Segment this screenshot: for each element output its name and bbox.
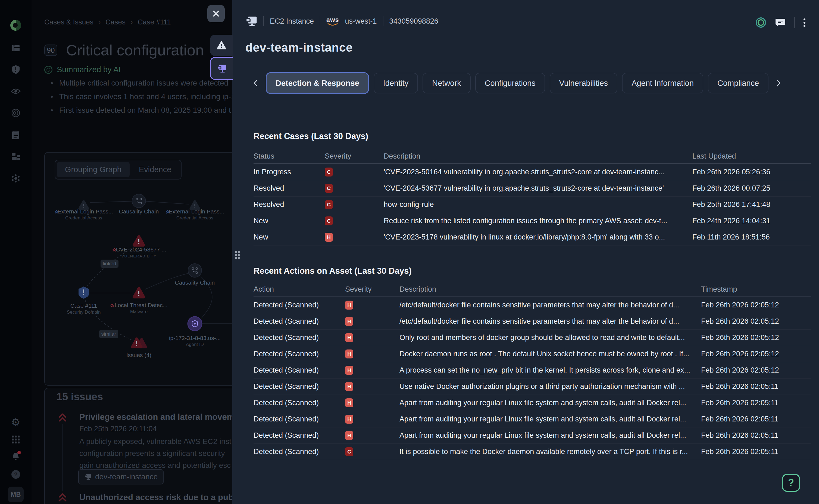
graph-node-cve-vulnerability[interactable]: CVE-2024-53677 ... VULNERABILITY bbox=[113, 237, 166, 258]
asset-type-label: EC2 Instance bbox=[270, 17, 314, 26]
graph-node-causality-chain-2[interactable]: Causality Chain bbox=[175, 264, 215, 286]
svg-text:ip-172-31-8-83.us-...: ip-172-31-8-83.us-... bbox=[169, 335, 221, 341]
table-row[interactable]: New H 'CVE-2023-5178 vulnerability in li… bbox=[253, 229, 811, 245]
tabs-scroll-right[interactable] bbox=[773, 75, 784, 91]
help-icon[interactable]: ? bbox=[10, 468, 22, 481]
monitor-icon bbox=[245, 16, 257, 27]
table-row[interactable]: In Progress C 'CVE-2023-50164 vulnerabil… bbox=[253, 164, 811, 180]
panel-tab[interactable]: Configurations bbox=[475, 73, 545, 93]
help-button[interactable]: ? bbox=[782, 474, 800, 492]
table-row[interactable]: Detected (Scanned) H Apart from auditing… bbox=[253, 395, 811, 411]
svg-text:Agent ID: Agent ID bbox=[186, 342, 204, 347]
graph-node-external-login-2[interactable]: External Login Pass... Credential Access bbox=[166, 201, 224, 221]
alerts-side-tab[interactable] bbox=[210, 35, 233, 56]
timestamp-cell: Feb 24th 2026 14:04:31 bbox=[692, 217, 811, 225]
issue-title[interactable]: Unauthorized access risk due to a public… bbox=[79, 493, 257, 502]
svg-text:Case #111: Case #111 bbox=[70, 303, 97, 309]
target-icon[interactable] bbox=[10, 107, 22, 119]
table-row[interactable]: New C Reduce risk from the listed config… bbox=[253, 213, 811, 229]
severity-chevrons-icon bbox=[57, 412, 68, 423]
svg-text:CVE-2024-53677 ...: CVE-2024-53677 ... bbox=[116, 246, 166, 253]
panel-tab[interactable]: Detection & Response bbox=[266, 72, 369, 94]
clipboard-icon[interactable] bbox=[10, 129, 22, 141]
shield-alert-icon[interactable] bbox=[10, 63, 22, 76]
grouping-graph[interactable]: linked similar External Login Pass... Cr… bbox=[44, 152, 234, 385]
table-row[interactable]: Detected (Scanned) H /etc/default/docker… bbox=[253, 297, 811, 313]
settings-icon[interactable]: ⚙ bbox=[10, 416, 22, 429]
org-icon[interactable] bbox=[10, 150, 22, 163]
notification-dot bbox=[17, 451, 21, 454]
table-row[interactable]: Detected (Scanned) C It is possible to m… bbox=[253, 444, 811, 460]
bell-icon[interactable] bbox=[10, 450, 22, 463]
description-cell: Only root and members of docker group sh… bbox=[399, 333, 701, 342]
graph-node-case-111[interactable]: Case #111 Security Domain bbox=[67, 286, 101, 315]
panel-tab[interactable]: Identity bbox=[373, 73, 418, 93]
table-row[interactable]: Resolved C 'CVE-2024-53677 vulnerability… bbox=[253, 180, 811, 197]
table-row[interactable]: Detected (Scanned) H /etc/default/docker… bbox=[253, 313, 811, 330]
user-avatar[interactable]: MB bbox=[8, 487, 24, 502]
severity-badge: C bbox=[325, 200, 333, 209]
severity-badge: H bbox=[345, 317, 353, 326]
app-root: ⚙ ? MB Cases & Issues › Cases › Case #11… bbox=[0, 0, 819, 504]
panel-tab[interactable]: Network bbox=[423, 73, 471, 93]
timestamp-cell: Feb 26th 2026 02:05:12 bbox=[701, 333, 811, 342]
more-menu-icon[interactable] bbox=[804, 17, 805, 28]
description-cell: Apart from auditing your regular Linux f… bbox=[399, 431, 701, 440]
tabs-scroll-left[interactable] bbox=[250, 75, 261, 91]
svg-text:?: ? bbox=[14, 471, 17, 477]
severity-badge: H bbox=[345, 415, 353, 424]
svg-text:Issues (4): Issues (4) bbox=[126, 352, 151, 358]
action-cell: Detected (Scanned) bbox=[253, 333, 345, 342]
ai-icon bbox=[44, 66, 52, 74]
panel-resize-handle[interactable] bbox=[235, 251, 240, 259]
svg-text:VULNERABILITY: VULNERABILITY bbox=[121, 254, 156, 258]
ai-rings-icon[interactable] bbox=[755, 17, 767, 28]
breadcrumb-item[interactable]: Cases & Issues bbox=[44, 18, 93, 26]
panel-tab[interactable]: Vulnerabilities bbox=[550, 73, 617, 93]
summary-bullet: •This case involves 1 host and 4 users, … bbox=[51, 92, 239, 101]
table-row[interactable]: Detected (Scanned) H Docker daemon runs … bbox=[253, 346, 811, 362]
graph-node-agent[interactable]: ip-172-31-8-83.us-... Agent ID bbox=[169, 317, 221, 347]
svg-text:linked: linked bbox=[103, 261, 116, 266]
severity-badge: H bbox=[345, 382, 353, 391]
table-body: In Progress C 'CVE-2023-50164 vulnerabil… bbox=[253, 164, 811, 245]
graph-node-issues[interactable]: Issues (4) bbox=[126, 339, 151, 358]
table-row[interactable]: Detected (Scanned) H Use native Docker a… bbox=[253, 379, 811, 395]
asset-tag-chip[interactable]: dev-team-instance bbox=[78, 469, 164, 484]
apps-grid-icon[interactable] bbox=[10, 433, 22, 446]
spark-icon[interactable] bbox=[10, 172, 22, 185]
table-row[interactable]: Detected (Scanned) H A process can set t… bbox=[253, 362, 811, 379]
close-icon bbox=[212, 10, 219, 17]
chevron-left-icon bbox=[253, 79, 258, 87]
severity-badge: H bbox=[345, 301, 353, 310]
graph-node-external-login-1[interactable]: External Login Pass... Credential Access bbox=[55, 201, 113, 221]
table-row[interactable]: Detected (Scanned) H Apart from auditing… bbox=[253, 427, 811, 444]
description-cell: how-config-rule bbox=[384, 200, 692, 209]
ai-summary-label: Summarized by AI bbox=[57, 65, 121, 74]
breadcrumb-item: Case #111 bbox=[138, 18, 171, 26]
table-row[interactable]: Resolved C how-config-rule Feb 25th 2026… bbox=[253, 197, 811, 213]
close-panel-button[interactable] bbox=[207, 5, 225, 22]
action-cell: Detected (Scanned) bbox=[253, 301, 345, 309]
timestamp-cell: Feb 26th 2026 02:05:11 bbox=[701, 399, 811, 407]
table-row[interactable]: Detected (Scanned) H Apart from auditing… bbox=[253, 411, 811, 427]
severity-badge: C bbox=[325, 168, 333, 177]
svg-text:Causality Chain: Causality Chain bbox=[175, 279, 215, 286]
graph-node-causality-chain-1[interactable]: Causality Chain bbox=[119, 194, 159, 215]
description-cell: /etc/default/docker file contains sensit… bbox=[399, 317, 701, 326]
panel-tab[interactable]: Compliance bbox=[708, 73, 768, 93]
brand-logo[interactable] bbox=[10, 19, 22, 31]
action-cell: Detected (Scanned) bbox=[253, 399, 345, 407]
asset-side-tab-active[interactable] bbox=[210, 57, 233, 80]
warning-triangle-icon bbox=[216, 41, 226, 50]
boards-icon[interactable] bbox=[10, 42, 22, 55]
svg-text:Causality Chain: Causality Chain bbox=[119, 208, 159, 215]
panel-tab[interactable]: Agent Information bbox=[622, 73, 703, 93]
graph-node-local-threat[interactable]: Local Threat Detec... Malware bbox=[111, 288, 167, 314]
panel-tabstrip: Detection & Response Identity Network Co… bbox=[250, 72, 784, 94]
issue-timestamp: Feb 25th 2026 20:11:04 bbox=[79, 425, 157, 433]
eye-icon[interactable] bbox=[10, 85, 22, 97]
breadcrumb-item[interactable]: Cases bbox=[105, 18, 125, 26]
chat-icon[interactable] bbox=[775, 18, 786, 27]
table-row[interactable]: Detected (Scanned) H Only root and membe… bbox=[253, 330, 811, 346]
